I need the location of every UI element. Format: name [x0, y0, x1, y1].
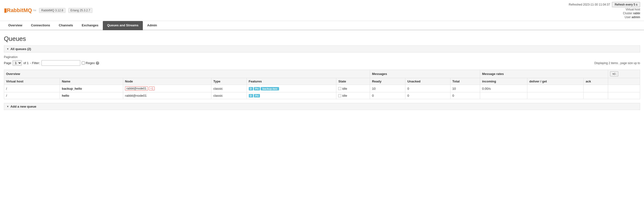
- feature-pri-tag: Pri: [254, 87, 260, 91]
- cell-state: idle: [336, 85, 370, 92]
- cell-empty: [608, 92, 640, 99]
- state-label: idle: [342, 87, 347, 91]
- filter-input[interactable]: [42, 60, 80, 66]
- help-icon[interactable]: ?: [96, 61, 99, 65]
- col-features: Features: [246, 78, 336, 85]
- user-value: admin: [632, 15, 640, 19]
- cell-ack: [584, 92, 608, 99]
- logo-icon: ▮RabbitMQ: [4, 7, 32, 13]
- col-unacked: Unacked: [406, 78, 450, 85]
- col-node: Node: [123, 78, 211, 85]
- cell-total: 0: [450, 92, 480, 99]
- pagination-left: Page 1 of 1 - Filter: Regex ?: [4, 60, 99, 66]
- navigation: Overview Connections Channels Exchanges …: [0, 21, 644, 30]
- state-checkbox: [338, 87, 341, 90]
- col-empty: [608, 78, 640, 85]
- cell-ready: 10: [370, 85, 406, 92]
- col-type: Type: [211, 78, 246, 85]
- cluster-info: Virtual host: [626, 8, 640, 11]
- logo: ▮RabbitMQ TM: [4, 7, 36, 13]
- overview-group-header: Overview: [4, 70, 370, 78]
- cell-features: D Pri backup-two: [246, 85, 336, 92]
- all-queues-label: All queues (2): [10, 47, 31, 51]
- refresh-button[interactable]: Refresh every 5 s: [612, 2, 640, 7]
- page-label: Page: [4, 61, 11, 65]
- virtual-host-label: Virtual host: [626, 8, 640, 11]
- plus-minus-header[interactable]: +/-: [608, 70, 640, 78]
- all-queues-header[interactable]: ▼ All queues (2): [4, 45, 640, 52]
- cell-name[interactable]: backup_hello: [60, 85, 123, 92]
- col-state: State: [336, 78, 370, 85]
- nav-item-exchanges[interactable]: Exchanges: [77, 21, 103, 30]
- main-content: Queues ▼ All queues (2) Pagination Page …: [0, 30, 644, 115]
- feature-d-tag: D: [249, 87, 253, 91]
- refresh-timestamp: Refreshed 2023-11-30 11:04:37: [569, 3, 610, 6]
- cluster-label: Cluster: [623, 12, 632, 15]
- col-virtual-host: Virtual host: [4, 78, 60, 85]
- regex-section: Regex ?: [82, 61, 100, 65]
- logo-area: ▮RabbitMQ TM RabbitMQ 3.12.8 Erlang 25.3…: [4, 7, 92, 13]
- add-queue-icon: ▼: [6, 105, 9, 108]
- col-total: Total: [450, 78, 480, 85]
- cell-ready: 0: [370, 92, 406, 99]
- state-label: idle: [342, 94, 347, 98]
- of-label: of 1: [23, 61, 28, 65]
- messages-group-header: Messages: [370, 70, 480, 78]
- collapse-icon: ▼: [6, 48, 9, 50]
- node-extra-badge: +1: [149, 87, 155, 91]
- pagination-label: Pagination: [4, 55, 640, 59]
- cell-features: D Pri: [246, 92, 336, 99]
- cluster-name-info: Cluster rabbi: [623, 12, 640, 15]
- nav-item-queues-streams[interactable]: Queues and Streams: [103, 21, 143, 30]
- logo-tm: TM: [33, 9, 36, 12]
- cell-ack: [584, 85, 608, 92]
- user-label: User: [624, 15, 631, 19]
- table-row[interactable]: /backup_hellorabbit@node01+1classicD Pri…: [4, 85, 640, 92]
- col-ready: Ready: [370, 78, 406, 85]
- nav-item-admin[interactable]: Admin: [143, 21, 161, 30]
- rabbitmq-version-badge: RabbitMQ 3.12.8: [39, 8, 66, 13]
- col-deliver-get: deliver / get: [527, 78, 584, 85]
- user-info: User admin: [624, 15, 640, 19]
- feature-extra-tag: backup-two: [261, 87, 279, 91]
- feature-pri-tag: Pri: [254, 94, 260, 98]
- cell-virtual-host: /: [4, 92, 60, 99]
- table-row[interactable]: /hellorabbit@node01classicD Priidle000: [4, 92, 640, 99]
- filter-label: - Filter:: [30, 61, 40, 65]
- regex-checkbox[interactable]: [82, 61, 85, 65]
- plus-minus-button[interactable]: +/-: [610, 71, 618, 76]
- refresh-info: Refreshed 2023-11-30 11:04:37 Refresh ev…: [569, 2, 640, 7]
- cell-state: idle: [336, 92, 370, 99]
- state-checkbox: [338, 94, 341, 97]
- feature-d-tag: D: [249, 94, 253, 98]
- add-queue-label: Add a new queue: [10, 105, 36, 108]
- queues-table-wrapper: Overview Messages Message rates +/- Virt…: [4, 70, 640, 99]
- nav-item-connections[interactable]: Connections: [27, 21, 54, 30]
- col-name: Name: [60, 78, 123, 85]
- cluster-value: rabbi: [633, 12, 640, 15]
- cell-unacked: 0: [406, 85, 450, 92]
- col-incoming: incoming: [480, 78, 527, 85]
- cell-deliver-get: [527, 92, 584, 99]
- queues-table: Overview Messages Message rates +/- Virt…: [4, 70, 640, 99]
- page-title: Queues: [4, 35, 640, 43]
- cell-incoming: 0.00/s: [480, 85, 527, 92]
- cell-name[interactable]: hello: [60, 92, 123, 99]
- cell-unacked: 0: [406, 92, 450, 99]
- erlang-version-badge: Erlang 25.3.2.7: [68, 8, 92, 13]
- cell-empty: [608, 85, 640, 92]
- cell-node: rabbit@node01+1: [123, 85, 211, 92]
- add-queue-section[interactable]: ▼ Add a new queue: [4, 103, 640, 110]
- nav-item-channels[interactable]: Channels: [54, 21, 78, 30]
- page-select[interactable]: 1: [12, 60, 22, 66]
- cell-total: 10: [450, 85, 480, 92]
- cell-incoming: [480, 92, 527, 99]
- top-right-info: Refreshed 2023-11-30 11:04:37 Refresh ev…: [569, 2, 640, 19]
- cell-virtual-host: /: [4, 85, 60, 92]
- message-rates-group-header: Message rates: [480, 70, 608, 78]
- displaying-info: Displaying 2 items , page size up to: [594, 61, 640, 65]
- pagination-controls: Page 1 of 1 - Filter: Regex ? Displaying…: [4, 60, 640, 66]
- regex-label: Regex: [86, 61, 95, 65]
- nav-item-overview[interactable]: Overview: [4, 21, 27, 30]
- cell-deliver-get: [527, 85, 584, 92]
